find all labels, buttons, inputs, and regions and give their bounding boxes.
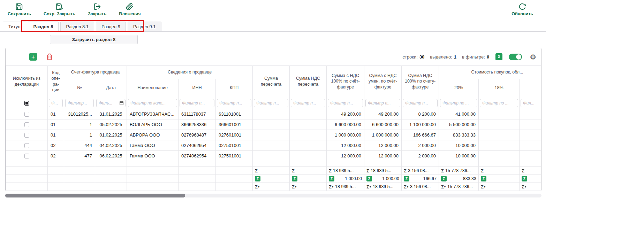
table-row[interactable]: 01 1 01.02.2025 АВРОРА ООО 0276968487 02… [6, 130, 541, 140]
filter-op-input[interactable] [49, 99, 63, 107]
cell-extra [520, 119, 541, 130]
row-checkbox[interactable] [24, 112, 29, 117]
cell-op: 02 [48, 151, 64, 161]
row-checkbox[interactable] [24, 154, 29, 158]
cell-vat-100: 8 200.00 [402, 109, 439, 119]
cell-num: 444 [64, 140, 95, 151]
sum-selected-icon: Σ [292, 176, 297, 181]
horizontal-scrollbar[interactable] [5, 194, 541, 197]
footer-filtered-rate18: Σ▾ [479, 183, 520, 191]
sum-filtered-icon: Σ [441, 184, 444, 189]
tab-section-8[interactable]: Раздел 8 [28, 22, 59, 31]
filter-sum-vat-100-input[interactable] [328, 99, 363, 107]
footer-total-recalc-sum: Σ [253, 167, 290, 175]
filter-vat-100-input[interactable] [403, 99, 438, 107]
tab-section-9-1[interactable]: Раздел 9.1 [128, 22, 161, 31]
cell-rate20: 5 500 000.00 [439, 119, 479, 130]
footer-total-vat-100: Σ3 156 08... [402, 167, 439, 175]
footer-filtered-recalc-vat: Σ▾ [290, 183, 327, 191]
settings-gear-icon[interactable]: ⚙ [530, 53, 536, 61]
filter-num-input[interactable] [65, 99, 94, 107]
cell-name: Гамма ООО [127, 151, 179, 161]
table-row[interactable]: 01 31012025... 31.01.2025 АВТОГРУЗЗАПЧАС… [6, 109, 541, 119]
footer-total-extra: Σ [520, 167, 541, 175]
filter-rate18-input[interactable] [480, 99, 518, 107]
table-row[interactable]: 02 444 04.02.2025 Гамма ООО 0274062954 0… [6, 140, 541, 151]
cell-extra [520, 151, 541, 161]
filter-inn-input[interactable] [180, 99, 214, 107]
column-header-exclude: Исключить из декларации [6, 66, 48, 97]
table-row[interactable]: 02 477 06.02.2025 Гамма ООО 0274062954 0… [6, 151, 541, 161]
tab-label: Раздел 9.1 [133, 24, 156, 29]
add-row-button[interactable]: + [29, 53, 37, 61]
sum-filtered-icon: Σ [366, 184, 369, 189]
filter-recalc-sum-input[interactable] [254, 99, 288, 107]
footer-selected-rate20: Σ833.33 [439, 175, 479, 183]
row-checkbox[interactable] [24, 143, 29, 148]
cell-recalc-vat [290, 109, 327, 119]
cell-date: 31.01.2025 [95, 109, 127, 119]
table-row[interactable]: 01 1 05.02.2025 ВОЛГАРЬ ООО 3666258336 3… [6, 119, 541, 130]
footer-total-rate20: Σ15 778 786... [439, 167, 479, 175]
select-all-checkbox[interactable] [24, 101, 29, 106]
sum-selected-icon: Σ [522, 176, 527, 181]
filter-recalc-vat-input[interactable] [291, 99, 325, 107]
filter-rate20-input[interactable] [440, 99, 477, 107]
filter-extra-input[interactable] [521, 99, 541, 107]
cell-vat-100: 166 666.67 [402, 130, 439, 140]
save-close-button[interactable]: Сохр. Закрыть [44, 3, 75, 16]
cell-sum-vat-100: 49 200.00 [327, 109, 364, 119]
filter-cell-rate18 [479, 97, 520, 109]
attachments-button[interactable]: Вложения [119, 3, 141, 16]
sum-filtered-icon: Σ [255, 184, 258, 189]
filter-cell-name [127, 97, 179, 109]
scrollbar-thumb[interactable] [5, 194, 185, 197]
filter-sum-vat-reduced-input[interactable] [365, 99, 400, 107]
refresh-button[interactable]: Обновить [512, 3, 533, 16]
column-group-purchase-cost: Стоимость покупок, обл... [439, 66, 541, 79]
cell-sum-vat-reduced: 12 000.00 [364, 140, 402, 151]
cell-kpp: 027501001 [216, 151, 253, 161]
column-header-inn: ИНН [179, 79, 216, 97]
cell-sum-vat-reduced: 1 000 000.00 [364, 130, 402, 140]
filter-kpp-input[interactable] [217, 99, 251, 107]
row-checkbox[interactable] [24, 133, 29, 138]
filter-cell-exclude [6, 97, 48, 109]
cell-rate18 [479, 130, 520, 140]
filter-name-input[interactable] [128, 99, 177, 107]
cell-num: 477 [64, 151, 95, 161]
delete-row-button[interactable] [46, 53, 53, 60]
cell-rate18 [479, 109, 520, 119]
sum-icon: Σ [404, 168, 407, 173]
cell-inn: 0274062954 [179, 140, 216, 151]
tab-titul[interactable]: Титул [3, 22, 26, 31]
cell-op: 02 [48, 140, 64, 151]
toggle-switch[interactable] [509, 54, 522, 60]
row-checkbox[interactable] [24, 122, 29, 127]
column-header-vat-100: Сумма НДС 100% по счету-фактуре [402, 66, 439, 97]
sum-filtered-icon: Σ [404, 184, 407, 189]
cell-sum-vat-100: 6 600 000.00 [327, 119, 364, 130]
filter-cell-sum-vat-100 [327, 97, 364, 109]
cell-sum-vat-reduced: 6 600 000.00 [364, 119, 402, 130]
column-group-seller-invoice: Счет-фактура продавца [64, 66, 127, 79]
calendar-icon[interactable] [119, 101, 124, 105]
save-button[interactable]: Сохранить [8, 3, 31, 16]
footer-filtered-sum-vat-100: Σ▾18 939 5... [327, 183, 364, 191]
tab-label: Раздел 9 [101, 24, 120, 29]
footer-filtered-row: Σ▾ Σ▾ Σ▾18 939 5... Σ▾18 939 5... Σ▾3 15… [6, 183, 541, 191]
filter-cell-kpp [216, 97, 253, 109]
close-button[interactable]: Закрыть [88, 3, 106, 16]
excel-export-button[interactable]: X [495, 53, 502, 60]
tab-section-8-1[interactable]: Раздел 8.1 [60, 22, 94, 31]
tab-section-9[interactable]: Раздел 9 [96, 22, 126, 31]
load-section-8-button[interactable]: Загрузить раздел 8 [50, 35, 138, 44]
column-header-sum-vat-100: Сумма с НДС 100% по счёт-фактуре [327, 66, 364, 97]
sum-filtered-icon: Σ [481, 184, 484, 189]
purchases-grid-panel: + строки:30 выделено:1 в фильтре:0 X ⚙ [5, 48, 541, 191]
table-wrap: Исключить из декларации Код опе- ра- ции… [6, 65, 541, 191]
cell-vat-100: 2 000.00 [402, 140, 439, 151]
footer-selected-rate18: Σ [479, 175, 520, 183]
tab-label: Раздел 8 [33, 24, 53, 29]
cell-op: 01 [48, 119, 64, 130]
